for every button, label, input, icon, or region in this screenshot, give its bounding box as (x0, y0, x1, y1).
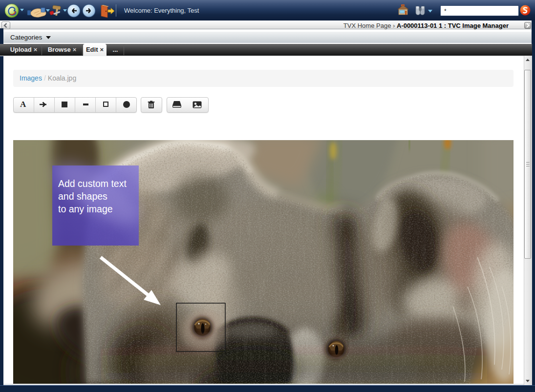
svg-text:and shapes: and shapes (58, 191, 107, 202)
svg-text:Add custom text: Add custom text (58, 178, 127, 189)
svg-text:to any image: to any image (58, 204, 113, 214)
